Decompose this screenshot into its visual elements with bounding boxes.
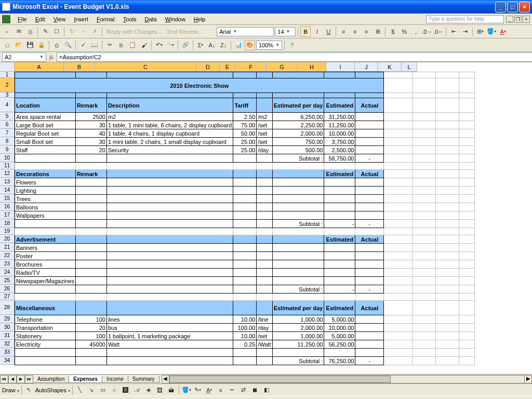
data-cell[interactable]: [75, 277, 107, 285]
new-workbook-button[interactable]: ▫: [2, 26, 12, 37]
data-cell[interactable]: [233, 277, 257, 285]
row-header-5[interactable]: 5: [0, 112, 15, 121]
data-cell[interactable]: m2: [107, 113, 233, 121]
data-cell[interactable]: [107, 203, 233, 211]
row-header-7[interactable]: 7: [0, 129, 15, 137]
data-cell[interactable]: [75, 357, 107, 365]
data-cell[interactable]: [272, 252, 324, 260]
data-cell[interactable]: [355, 211, 384, 220]
data-cell[interactable]: 1 table, 1 mini table, 6 chairs, 2 displ…: [107, 121, 233, 129]
data-cell[interactable]: -: [355, 154, 384, 163]
rectangle-tool[interactable]: ▭: [98, 385, 108, 395]
decrease-indent-button[interactable]: ⇤: [448, 26, 459, 37]
data-cell[interactable]: -: [355, 220, 384, 228]
align-center-button[interactable]: ≡: [350, 26, 360, 37]
data-cell[interactable]: [272, 203, 324, 211]
data-cell[interactable]: 76,250.00: [324, 357, 355, 365]
menu-window[interactable]: Window: [161, 15, 190, 23]
data-cell[interactable]: [75, 154, 107, 163]
header-cell[interactable]: [233, 301, 257, 315]
col-header-C[interactable]: C: [95, 62, 196, 72]
row-header-33[interactable]: 33: [0, 348, 15, 356]
data-cell[interactable]: [233, 203, 257, 211]
data-cell[interactable]: [355, 277, 384, 285]
data-cell[interactable]: [355, 260, 384, 269]
fx-label[interactable]: fx: [46, 54, 57, 60]
data-cell[interactable]: [272, 269, 324, 277]
data-cell[interactable]: [75, 178, 107, 187]
data-cell[interactable]: [75, 195, 107, 203]
data-cell[interactable]: [324, 244, 355, 252]
spelling-button[interactable]: ✓: [78, 40, 88, 50]
data-cell[interactable]: Watt: [107, 340, 233, 349]
data-cell[interactable]: [324, 195, 355, 203]
row-header-16[interactable]: 16: [0, 203, 15, 211]
col-header-E[interactable]: E: [220, 62, 235, 72]
col-header-K[interactable]: K: [378, 62, 402, 72]
data-cell[interactable]: [355, 244, 384, 252]
data-cell[interactable]: 40: [75, 129, 107, 138]
data-cell[interactable]: [107, 357, 233, 365]
data-cell[interactable]: [272, 277, 324, 285]
data-cell[interactable]: [355, 269, 384, 277]
header-cell[interactable]: Estimated per day: [272, 301, 324, 315]
data-cell[interactable]: [257, 285, 272, 294]
data-cell[interactable]: [324, 277, 355, 285]
data-cell[interactable]: [233, 244, 257, 252]
menu-data[interactable]: Data: [140, 15, 161, 23]
data-cell[interactable]: [355, 324, 384, 332]
minimize-button[interactable]: _: [495, 2, 506, 12]
formula-input[interactable]: =Assumption!C2: [57, 52, 532, 62]
data-cell[interactable]: [355, 178, 384, 187]
data-cell[interactable]: [107, 154, 233, 163]
data-cell[interactable]: [107, 187, 233, 195]
data-cell[interactable]: [233, 349, 257, 357]
data-cell[interactable]: [75, 252, 107, 260]
data-cell[interactable]: -: [355, 357, 384, 365]
data-cell[interactable]: /m2: [257, 113, 272, 121]
data-cell[interactable]: Newspaper/Magazines: [15, 277, 76, 285]
data-cell[interactable]: [324, 211, 355, 220]
doc-restore-button[interactable]: ❐: [514, 16, 522, 23]
row-header-3[interactable]: 3: [0, 92, 15, 98]
header-cell[interactable]: [233, 170, 257, 178]
header-cell[interactable]: Actual: [355, 98, 384, 113]
fill-color-tool[interactable]: 🪣▾: [181, 385, 192, 395]
col-header-A[interactable]: A: [15, 62, 64, 72]
header-cell[interactable]: Estimated: [324, 170, 355, 178]
data-cell[interactable]: /line: [257, 315, 272, 324]
row-header-31[interactable]: 31: [0, 331, 15, 340]
research-button[interactable]: 📖: [89, 40, 100, 50]
data-cell[interactable]: Large Boot set: [15, 121, 76, 129]
data-cell[interactable]: [272, 195, 324, 203]
data-cell[interactable]: [107, 349, 233, 357]
tab-prev-button[interactable]: ◀: [8, 375, 17, 383]
line-tool[interactable]: ╲: [75, 385, 85, 395]
data-cell[interactable]: -: [324, 285, 355, 294]
picture-tool[interactable]: 🏔: [166, 385, 177, 395]
data-cell[interactable]: 1 mini table, 2 chairs, 1 small display …: [107, 138, 233, 146]
row-header-26[interactable]: 26: [0, 285, 15, 293]
chart-wizard-button[interactable]: 📊: [233, 40, 244, 50]
header-cell[interactable]: Estimated per day: [272, 98, 324, 113]
data-cell[interactable]: 3,750.00: [324, 138, 355, 146]
clipart-tool[interactable]: 🖼: [155, 385, 165, 395]
align-left-button[interactable]: ≡: [338, 26, 349, 37]
data-cell[interactable]: 10.00: [233, 315, 257, 324]
sheet-tab-expenses[interactable]: Expenses: [69, 376, 102, 383]
sheet-title-cell[interactable]: 2010 Electronic Show: [15, 78, 384, 93]
sheet-tab-assumption[interactable]: Assumption: [33, 376, 69, 383]
scrollbar-thumb[interactable]: [169, 376, 391, 383]
worksheet-area[interactable]: ABCDEFGHIJKL 123456789101112131415161718…: [0, 62, 532, 374]
header-cell[interactable]: [107, 301, 233, 315]
save-button[interactable]: 💾: [25, 40, 35, 50]
header-cell[interactable]: Tariff: [233, 98, 257, 113]
data-cell[interactable]: -: [355, 285, 384, 294]
data-cell[interactable]: [324, 269, 355, 277]
hyperlink-button[interactable]: 🔗: [180, 40, 191, 50]
data-cell[interactable]: Staff: [15, 146, 76, 154]
data-cell[interactable]: bus: [107, 324, 233, 332]
oval-tool[interactable]: ○: [109, 385, 119, 395]
header-cell[interactable]: Actual: [355, 235, 384, 244]
font-size-selector[interactable]: 14▼: [275, 27, 296, 36]
